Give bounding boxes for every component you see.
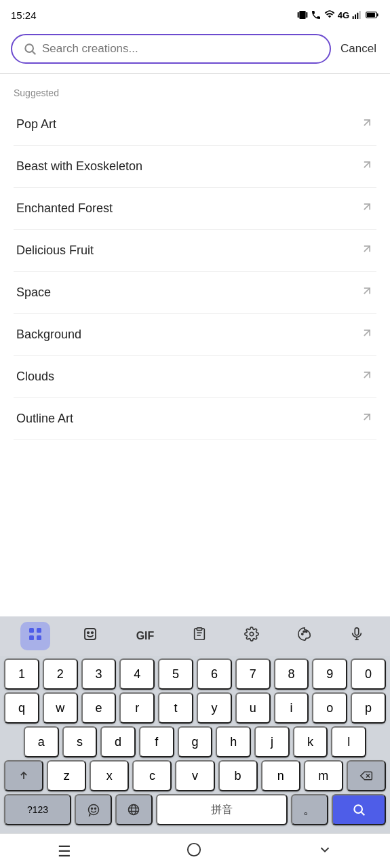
suggestion-label: Delicious Fruit [16, 243, 94, 258]
vibrate-icon [297, 9, 308, 20]
key-s[interactable]: s [62, 726, 98, 757]
nav-home-button[interactable] [173, 840, 215, 864]
svg-point-31 [301, 633, 303, 635]
svg-rect-4 [355, 14, 356, 19]
suggested-label: Suggested [14, 87, 376, 98]
space-key[interactable]: 拼音 [156, 794, 288, 825]
key-y[interactable]: y [197, 692, 232, 724]
suggestion-item-clouds[interactable]: Clouds [14, 356, 376, 398]
key-p[interactable]: p [351, 692, 386, 724]
key-n[interactable]: n [261, 760, 300, 791]
toolbar-sticker-button[interactable] [77, 623, 104, 649]
toolbar-apps-button[interactable] [20, 622, 50, 650]
key-2[interactable]: 2 [43, 658, 78, 690]
wifi-icon [324, 9, 335, 20]
suggestion-label: Outline Art [16, 412, 73, 426]
bottom-row: ?123,拼音。 [4, 794, 386, 825]
key-h[interactable]: h [216, 726, 251, 757]
shift-key[interactable] [4, 760, 43, 791]
toolbar-palette-button[interactable] [292, 624, 317, 648]
palette-icon [297, 627, 312, 642]
qwerty-row1: qwertyuiop [4, 692, 386, 724]
svg-point-33 [305, 631, 307, 632]
svg-line-18 [364, 372, 370, 378]
key-b[interactable]: b [218, 760, 258, 791]
svg-point-30 [250, 632, 254, 636]
arrow-icon [360, 368, 374, 385]
suggestion-item-delicious-fruit[interactable]: Delicious Fruit [14, 230, 376, 272]
suggestion-item-space[interactable]: Space [14, 272, 376, 314]
search-bar-container: Cancel [0, 27, 390, 71]
search-input-wrapper[interactable] [11, 34, 331, 64]
svg-rect-1 [306, 12, 307, 18]
key-1[interactable]: 1 [4, 658, 39, 690]
backspace-key[interactable] [347, 760, 386, 791]
key-8[interactable]: 8 [274, 658, 309, 690]
key-q[interactable]: q [4, 692, 39, 724]
key-g[interactable]: g [178, 726, 213, 757]
svg-point-10 [25, 44, 33, 52]
nav-menu-button[interactable]: ☰ [44, 840, 85, 863]
key-9[interactable]: 9 [312, 658, 347, 690]
emoji-key[interactable]: , [75, 794, 112, 825]
toolbar-gif-button[interactable]: GIF [131, 627, 160, 645]
period-key[interactable]: 。 [291, 794, 328, 825]
toolbar-settings-button[interactable] [239, 624, 265, 648]
key-5[interactable]: 5 [158, 658, 193, 690]
key-r[interactable]: r [119, 692, 155, 724]
svg-rect-3 [353, 16, 354, 19]
svg-rect-0 [297, 12, 298, 18]
key-u[interactable]: u [235, 692, 271, 724]
suggestion-label: Clouds [16, 370, 54, 384]
svg-line-13 [364, 162, 370, 167]
key-o[interactable]: o [312, 692, 347, 724]
key-w[interactable]: w [43, 692, 78, 724]
key-4[interactable]: 4 [119, 658, 155, 690]
search-key[interactable] [332, 794, 386, 825]
key-j[interactable]: j [254, 726, 290, 757]
toolbar-clipboard-button[interactable] [187, 624, 212, 648]
svg-point-26 [92, 632, 93, 633]
key-0[interactable]: 0 [351, 658, 386, 690]
globe-key[interactable] [115, 794, 153, 825]
key-i[interactable]: i [274, 692, 309, 724]
key-e[interactable]: e [81, 692, 117, 724]
suggestion-item-pop-art[interactable]: Pop Art [14, 104, 376, 146]
key-m[interactable]: m [304, 760, 343, 791]
symbols-key[interactable]: ?123 [4, 794, 71, 825]
key-t[interactable]: t [158, 692, 193, 724]
svg-point-44 [129, 805, 139, 815]
key-6[interactable]: 6 [197, 658, 232, 690]
key-l[interactable]: l [331, 726, 366, 757]
search-input[interactable] [42, 42, 319, 56]
nav-back-button[interactable] [304, 840, 346, 864]
signal-icon [352, 9, 363, 20]
key-3[interactable]: 3 [81, 658, 117, 690]
svg-line-17 [364, 330, 370, 336]
key-d[interactable]: d [100, 726, 136, 757]
chevron-down-icon [317, 842, 332, 857]
svg-rect-23 [37, 635, 41, 640]
sticker-icon [82, 626, 98, 642]
key-c[interactable]: c [132, 760, 172, 791]
search-icon [23, 42, 37, 56]
suggestion-item-background[interactable]: Background [14, 314, 376, 356]
key-x[interactable]: x [90, 760, 129, 791]
suggestion-item-outline-art[interactable]: Outline Art [14, 398, 376, 440]
svg-rect-6 [359, 11, 361, 19]
key-z[interactable]: z [47, 760, 86, 791]
key-k[interactable]: k [293, 726, 328, 757]
cancel-button[interactable]: Cancel [338, 39, 379, 58]
arrow-icon [360, 242, 374, 259]
toolbar-mic-button[interactable] [344, 624, 370, 648]
arrow-icon [360, 326, 374, 343]
key-7[interactable]: 7 [235, 658, 271, 690]
key-a[interactable]: a [24, 726, 59, 757]
status-time: 15:24 [11, 9, 37, 21]
key-f[interactable]: f [139, 726, 174, 757]
suggestion-label: Space [16, 285, 51, 300]
svg-point-45 [132, 805, 136, 815]
suggestion-item-enchanted-forest[interactable]: Enchanted Forest [14, 188, 376, 230]
key-v[interactable]: v [175, 760, 214, 791]
suggestion-item-beast-exoskeleton[interactable]: Beast with Exoskeleton [14, 146, 376, 188]
